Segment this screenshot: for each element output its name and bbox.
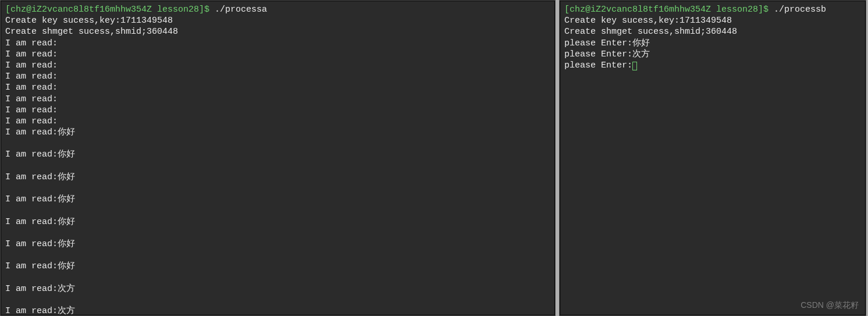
output-line: Create shmget sucess,shmid;360448 <box>564 26 861 37</box>
output-line: I am read:你好 <box>5 261 550 272</box>
output-line: Create shmget sucess,shmid;360448 <box>5 26 550 37</box>
output-line <box>5 272 550 283</box>
output-line <box>5 183 550 194</box>
output-line: I am read: <box>5 49 550 60</box>
output-line: I am read: <box>5 105 550 116</box>
output-line: Create key sucess,key:1711349548 <box>5 15 550 26</box>
shell-prompt-right: [chz@iZ2vcanc8l8tf16mhhw354Z lesson28]$ <box>564 5 774 15</box>
output-line: please Enter:次方 <box>564 49 861 60</box>
output-line: I am read: <box>5 71 550 82</box>
output-line: I am read:你好 <box>5 239 550 250</box>
output-line: I am read: <box>5 82 550 93</box>
output-line: please Enter:你好 <box>564 38 861 49</box>
watermark-text: CSDN @菜花籽 <box>801 300 859 311</box>
output-line <box>5 138 550 149</box>
output-line: I am read:你好 <box>5 127 550 138</box>
output-line: I am read: <box>5 60 550 71</box>
terminal-right-pane[interactable]: [chz@iZ2vcanc8l8tf16mhhw354Z lesson28]$ … <box>559 0 866 316</box>
output-line: I am read:你好 <box>5 172 550 183</box>
output-line <box>5 294 550 306</box>
output-line <box>5 205 550 216</box>
prompt-line-right: [chz@iZ2vcanc8l8tf16mhhw354Z lesson28]$ … <box>564 4 861 15</box>
output-line <box>5 228 550 239</box>
output-line <box>5 161 550 172</box>
command-right: ./processb <box>774 5 826 15</box>
input-prompt-label: please Enter: <box>564 61 632 70</box>
output-line: I am read: <box>5 94 550 105</box>
output-line: I am read:次方 <box>5 283 550 294</box>
output-line: I am read: <box>5 116 550 127</box>
input-line[interactable]: please Enter: <box>564 60 861 71</box>
command-left: ./processa <box>215 5 267 15</box>
output-line: I am read:次方 <box>5 306 550 316</box>
shell-prompt-left: [chz@iZ2vcanc8l8tf16mhhw354Z lesson28]$ <box>5 5 215 15</box>
output-line: I am read:你好 <box>5 194 550 205</box>
output-line <box>5 250 550 261</box>
output-line: Create key sucess,key:1711349548 <box>564 15 861 26</box>
prompt-line-left: [chz@iZ2vcanc8l8tf16mhhw354Z lesson28]$ … <box>5 4 550 15</box>
output-line: I am read:你好 <box>5 149 550 160</box>
output-line: I am read:你好 <box>5 216 550 228</box>
output-line: I am read: <box>5 38 550 49</box>
cursor-icon <box>632 62 637 70</box>
terminal-left-pane[interactable]: [chz@iZ2vcanc8l8tf16mhhw354Z lesson28]$ … <box>0 0 556 316</box>
